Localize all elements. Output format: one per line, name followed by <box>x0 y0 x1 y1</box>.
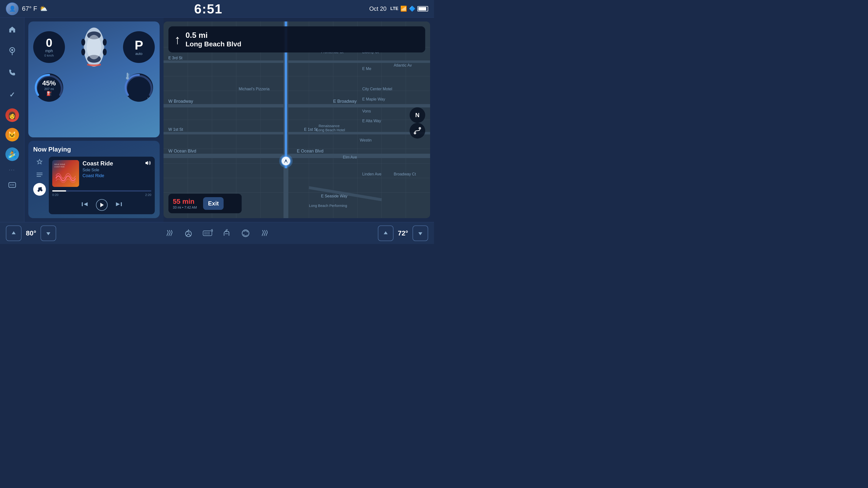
svg-text:Michael's Pizzeria: Michael's Pizzeria <box>239 87 270 91</box>
sidebar-item-home[interactable] <box>4 23 20 38</box>
car-svg <box>79 25 108 69</box>
svg-text:E Maple Way: E Maple Way <box>362 97 385 101</box>
north-label: N <box>415 112 420 119</box>
svg-point-5 <box>13 185 14 186</box>
right-climate-group: 72° <box>378 225 428 241</box>
track-album: Coast Ride <box>83 173 113 178</box>
album-art: SOLE SOLE COAST RIDE <box>52 160 79 187</box>
navigation-instruction: ↑ 0.5 mi Long Beach Blvd <box>168 26 425 53</box>
gear-value: P <box>135 39 143 52</box>
rear-defroster-button[interactable] <box>200 225 215 241</box>
sidebar-item-navigation[interactable] <box>4 44 20 60</box>
svg-line-94 <box>186 234 188 236</box>
svg-text:W 1st St: W 1st St <box>168 127 183 132</box>
music-app-button[interactable] <box>33 183 46 196</box>
battery-indicator <box>417 6 428 11</box>
speed-kmh: 0 km/h <box>44 54 54 57</box>
seat-heat-right-button[interactable] <box>257 225 272 241</box>
volume-icon[interactable] <box>145 160 151 167</box>
svg-rect-96 <box>203 231 212 236</box>
svg-point-90 <box>414 132 416 134</box>
sidebar-item-check[interactable]: ✓ <box>4 87 20 102</box>
track-details: Coast Ride Sole Sole Coast Ride <box>83 160 151 187</box>
contact-3-image: 🏄 <box>5 148 19 161</box>
map-panel[interactable]: W Broadway E Broadway W Ocean Blvd E Oce… <box>163 22 430 218</box>
svg-point-91 <box>418 127 421 130</box>
user-avatar[interactable]: 👤 <box>6 2 19 15</box>
seat-heat-left-button[interactable] <box>162 225 177 241</box>
route-options-button[interactable] <box>410 123 425 139</box>
date-display: Oct 20 <box>369 5 386 12</box>
track-top: SOLE SOLE COAST RIDE Coast Ride Sole Sol… <box>52 160 151 187</box>
battery-fill <box>418 7 426 10</box>
progress-bar[interactable] <box>52 190 151 192</box>
previous-button[interactable] <box>81 201 88 208</box>
home-icon <box>8 26 16 35</box>
more-contacts-dots[interactable]: ··· <box>9 167 16 172</box>
track-info-area: SOLE SOLE COAST RIDE Coast Ride Sole Sol… <box>49 157 155 214</box>
left-temp-down-button[interactable] <box>40 225 56 241</box>
svg-text:W Ocean Blvd: W Ocean Blvd <box>168 149 196 154</box>
player-row: SOLE SOLE COAST RIDE Coast Ride Sole Sol… <box>33 157 155 214</box>
main-layout: ✓ 👩 🐱 🏄 ··· <box>0 18 434 222</box>
weather-info: 67° F ⛅ <box>22 5 48 12</box>
weather-icon: ⛅ <box>39 5 48 12</box>
eta-arrival-time: 7:42 AM <box>184 205 197 209</box>
speed-value: 0 <box>46 37 53 49</box>
svg-point-4 <box>12 185 13 186</box>
route-icon <box>413 126 422 135</box>
contact-avatar-3[interactable]: 🏄 <box>5 148 19 161</box>
vehicle-bottom-row: 45% 207 mi ⛽ C H <box>33 72 155 103</box>
svg-text:Linden Ave: Linden Ave <box>362 172 381 176</box>
svg-point-13 <box>103 39 107 45</box>
contact-2-image: 🐱 <box>5 128 19 141</box>
progress-fill <box>52 190 66 192</box>
next-button[interactable] <box>116 201 122 208</box>
left-temperature: 80° <box>24 229 38 237</box>
sidebar-item-phone[interactable] <box>4 65 20 81</box>
signal-icon: 📶 <box>400 6 407 12</box>
car-top-view <box>77 26 111 68</box>
right-temperature: 72° <box>396 229 410 237</box>
left-temp-up-button[interactable] <box>6 225 22 241</box>
svg-text:Broadway Ct: Broadway Ct <box>394 172 416 176</box>
heated-steering-button[interactable] <box>181 225 196 241</box>
ventilated-seat-button[interactable] <box>219 225 234 241</box>
messages-icon <box>8 182 16 191</box>
svg-point-9 <box>87 35 101 59</box>
right-temp-down-button[interactable] <box>412 225 428 241</box>
exit-navigation-button[interactable]: Exit <box>203 197 224 210</box>
top-bar: 👤 67° F ⛅ 6:51 Oct 20 LTE 📶 🔷 <box>0 0 434 18</box>
track-name-row: Coast Ride Sole Sole Coast Ride <box>83 160 151 178</box>
eta-minutes: 55 min <box>173 198 197 205</box>
top-right-group: Oct 20 LTE 📶 🔷 <box>369 5 428 12</box>
svg-text:E 1st St: E 1st St <box>304 127 318 132</box>
north-button[interactable]: N <box>410 107 425 123</box>
vehicle-top-row: 0 mph 0 km/h <box>33 26 155 68</box>
lte-icon: LTE <box>390 6 398 11</box>
sidebar-item-messages[interactable] <box>4 178 20 194</box>
svg-text:COAST RIDE: COAST RIDE <box>54 166 65 168</box>
svg-text:Westin: Westin <box>360 138 372 142</box>
fuel-miles: 207 mi <box>44 87 54 91</box>
contact-avatar-1[interactable]: 👩 <box>5 108 19 122</box>
current-time: 0:20 <box>52 193 58 197</box>
left-climate-group: 80° <box>6 225 56 241</box>
now-playing-card: Now Playing <box>28 141 160 218</box>
right-temp-up-button[interactable] <box>378 225 394 241</box>
svg-rect-20 <box>127 73 128 77</box>
favorite-button[interactable] <box>35 158 44 166</box>
svg-text:H: H <box>148 97 149 100</box>
check-icon: ✓ <box>9 91 15 99</box>
progress-times: 0:20 2:20 <box>52 193 151 197</box>
svg-text:E Ocean Blvd: E Ocean Blvd <box>297 149 323 154</box>
temperature-text: 67° F <box>22 5 37 12</box>
fuel-percent: 45% <box>42 79 56 87</box>
ac-recirculate-button[interactable] <box>238 225 253 241</box>
svg-text:Long Beach Performing: Long Beach Performing <box>309 204 347 208</box>
fuel-center: 45% 207 mi ⛽ <box>42 79 56 96</box>
eta-details: 33 mi • 7:42 AM <box>173 205 197 209</box>
queue-button[interactable] <box>35 170 44 179</box>
play-pause-button[interactable] <box>96 199 107 211</box>
contact-avatar-2[interactable]: 🐱 <box>5 128 19 141</box>
